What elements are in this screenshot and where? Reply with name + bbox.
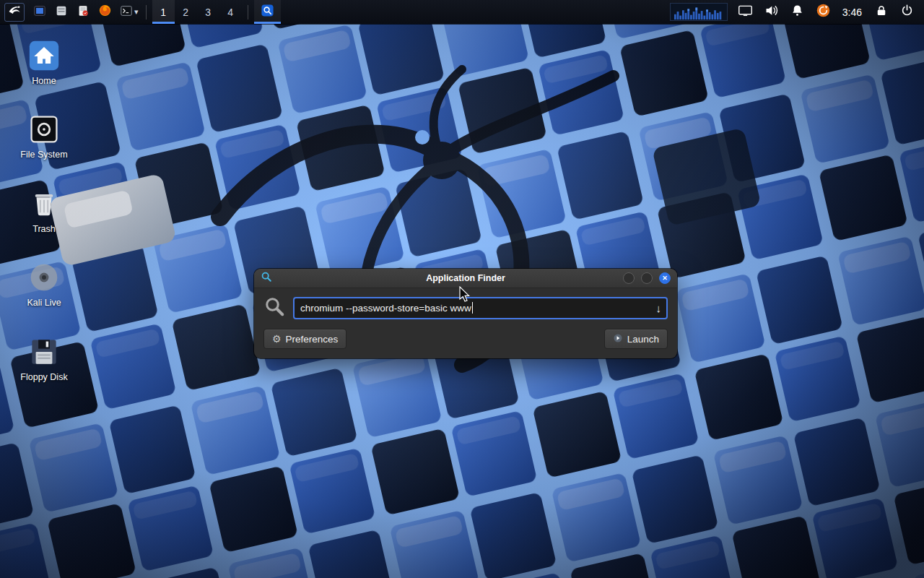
updates-tray-button[interactable] bbox=[815, 4, 832, 20]
notifications-tray-button[interactable] bbox=[789, 4, 806, 20]
desktop-icon-label: File System bbox=[20, 150, 67, 160]
kali-logo-icon bbox=[7, 3, 22, 21]
search-input-value: chromium --password-store=basic www bbox=[300, 303, 471, 314]
button-row: ⚙ Preferences Launch bbox=[263, 329, 668, 349]
panel-separator bbox=[248, 5, 248, 20]
floppy-icon bbox=[27, 335, 61, 368]
gear-icon: ⚙ bbox=[272, 334, 282, 344]
firefox-icon bbox=[98, 4, 112, 20]
desktop-icon-trash[interactable]: Trash bbox=[10, 187, 78, 234]
window-title: Application Finder bbox=[254, 273, 677, 283]
volume-icon bbox=[764, 3, 779, 21]
disc-icon bbox=[27, 261, 61, 294]
launch-button-label: Launch bbox=[627, 334, 659, 345]
preferences-button[interactable]: ⚙ Preferences bbox=[263, 329, 346, 349]
terminal-dropdown-chevron-icon[interactable]: ▾ bbox=[134, 7, 139, 17]
launch-icon bbox=[613, 333, 623, 345]
update-icon bbox=[816, 3, 831, 21]
text-caret bbox=[472, 302, 473, 314]
workspace-3[interactable]: 3 bbox=[197, 0, 219, 24]
logout-button[interactable] bbox=[899, 4, 915, 20]
cpu-graph[interactable] bbox=[670, 3, 728, 21]
search-input[interactable]: chromium --password-store=basic www ↓ bbox=[293, 297, 668, 319]
text-editor-launcher[interactable] bbox=[72, 0, 94, 24]
lock-screen-button[interactable] bbox=[873, 4, 889, 20]
display-icon bbox=[738, 3, 753, 21]
desktop-icon-label: Floppy Disk bbox=[20, 372, 67, 382]
clock[interactable]: 3:46 bbox=[841, 7, 863, 18]
file-manager-icon bbox=[55, 4, 68, 20]
panel-left: ▾ 1 2 3 4 bbox=[0, 0, 281, 24]
desktop-icon-label: Home bbox=[32, 76, 56, 86]
firefox-launcher[interactable] bbox=[94, 0, 116, 24]
workspace-1[interactable]: 1 bbox=[152, 0, 175, 24]
desktop-icon-column: Home File System Trash Kali Live Floppy … bbox=[10, 39, 78, 382]
bell-icon bbox=[790, 4, 804, 20]
app-finder-icon bbox=[261, 4, 274, 20]
desktop-icon-file-system[interactable]: File System bbox=[10, 113, 78, 160]
panel-right: 3:46 bbox=[670, 0, 924, 24]
launch-button[interactable]: Launch bbox=[604, 329, 668, 349]
kali-menu-button[interactable] bbox=[4, 3, 25, 22]
window-icon bbox=[33, 4, 46, 20]
terminal-icon bbox=[120, 4, 133, 20]
preferences-button-label: Preferences bbox=[286, 334, 339, 345]
volume-tray-button[interactable] bbox=[763, 4, 780, 20]
display-tray-button[interactable] bbox=[737, 4, 754, 20]
maximize-button[interactable] bbox=[641, 272, 653, 284]
desktop-icon-kali-live[interactable]: Kali Live bbox=[10, 261, 78, 308]
desktop-icon-home[interactable]: Home bbox=[10, 39, 78, 86]
search-row: chromium --password-store=basic www ↓ bbox=[263, 296, 668, 320]
minimize-button[interactable] bbox=[623, 272, 635, 284]
workspace-2[interactable]: 2 bbox=[175, 0, 197, 24]
titlebar[interactable]: Application Finder ✕ bbox=[254, 269, 677, 288]
history-dropdown-icon[interactable]: ↓ bbox=[656, 302, 662, 314]
window-manager-launcher[interactable] bbox=[29, 0, 51, 24]
drive-icon bbox=[27, 113, 61, 146]
power-icon bbox=[900, 4, 914, 20]
taskbar-application-finder[interactable] bbox=[254, 0, 281, 24]
desktop-icon-label: Kali Live bbox=[27, 298, 61, 308]
finder-body: chromium --password-store=basic www ↓ ⚙ … bbox=[254, 288, 677, 358]
search-icon bbox=[263, 296, 285, 320]
close-button[interactable]: ✕ bbox=[659, 272, 671, 284]
trash-icon bbox=[27, 187, 61, 220]
top-panel: ▾ 1 2 3 4 bbox=[0, 0, 924, 24]
workspace-4[interactable]: 4 bbox=[219, 0, 242, 24]
close-icon: ✕ bbox=[662, 275, 668, 282]
application-finder-window: Application Finder ✕ chromium --password… bbox=[254, 269, 677, 358]
text-editor-icon bbox=[77, 4, 90, 20]
desktop-icon-label: Trash bbox=[32, 224, 56, 234]
desktop-icon-floppy-disk[interactable]: Floppy Disk bbox=[10, 335, 78, 382]
window-controls: ✕ bbox=[623, 272, 671, 284]
panel-separator bbox=[146, 5, 147, 20]
lock-icon bbox=[875, 4, 888, 20]
window-app-icon bbox=[261, 271, 272, 285]
home-icon bbox=[27, 39, 61, 72]
file-manager-launcher[interactable] bbox=[51, 0, 72, 24]
